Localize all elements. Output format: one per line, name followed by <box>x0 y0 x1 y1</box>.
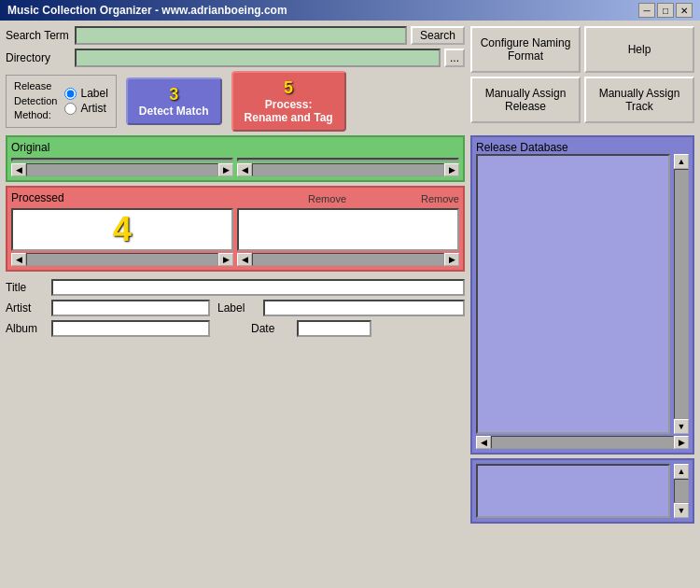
scroll-track-proc-left <box>26 253 218 266</box>
scroll-track-orig-left <box>26 163 218 176</box>
processed-section: Processed Remove Remove 4 <box>6 186 465 272</box>
browse-button[interactable]: ... <box>444 49 465 67</box>
release-db-list[interactable] <box>476 154 670 434</box>
artist-label: Artist <box>6 301 48 315</box>
directory-label: Directory <box>6 51 71 64</box>
scroll-track-orig-right <box>252 163 444 176</box>
scroll-track-proc-right <box>252 253 444 266</box>
remove-button-right[interactable]: Remove <box>421 191 459 206</box>
manually-assign-release-button[interactable]: Manually Assign Release <box>470 77 581 123</box>
scroll-left-btn-proc-left[interactable]: ◀ <box>11 253 26 266</box>
scroll-down-release-db[interactable]: ▼ <box>674 419 689 434</box>
dir-row: Directory ... <box>6 49 465 67</box>
album-input[interactable] <box>51 320 210 337</box>
scroll-track-release-db-v <box>674 169 689 419</box>
maximize-button[interactable]: □ <box>657 3 674 18</box>
window-title: Music Collection Organizer - www.adrianb… <box>7 4 287 17</box>
scroll-right-btn-orig-right[interactable]: ▶ <box>444 163 459 176</box>
original-list-left[interactable] <box>11 158 233 161</box>
release-db-bottom: ▲ ▼ <box>470 458 694 524</box>
close-button[interactable]: ✕ <box>676 3 693 18</box>
title-label: Title <box>6 281 48 294</box>
radio-artist[interactable] <box>64 103 77 115</box>
right-content: Release Database ▲ ▼ ◀ ▶ <box>470 135 694 524</box>
title-row: Title <box>6 279 465 296</box>
scroll-right-btn-proc-right[interactable]: ▶ <box>444 253 459 266</box>
scroll-right-btn-orig-left[interactable]: ▶ <box>218 163 233 176</box>
album-label: Album <box>6 322 48 335</box>
release-detection-label: ReleaseDetectionMethod: <box>14 79 57 122</box>
scroll-right-btn-proc-left[interactable]: ▶ <box>218 253 233 266</box>
middle-controls: ReleaseDetectionMethod: Label Artist <box>6 71 465 132</box>
release-db-label: Release Database <box>476 141 568 154</box>
scroll-left-release-db[interactable]: ◀ <box>476 436 491 449</box>
date-input[interactable] <box>297 320 371 337</box>
search-term-label: Search Term <box>6 29 71 42</box>
right-buttons: Configure Naming Format Help Manually As… <box>470 26 694 132</box>
remove-button-left[interactable]: Remove <box>308 191 346 206</box>
scroll-up-release-db-bottom[interactable]: ▲ <box>674 464 689 479</box>
original-label: Original <box>11 141 49 154</box>
main-window: Search Term Search Directory ... Release… <box>0 21 700 588</box>
search-term-input[interactable] <box>75 26 407 45</box>
search-row: Search Term Search <box>6 26 465 45</box>
scroll-right-release-db[interactable]: ▶ <box>674 436 689 449</box>
release-db-bottom-list[interactable] <box>476 464 670 518</box>
title-bar: Music Collection Organizer - www.adrianb… <box>0 0 700 21</box>
processed-label: Processed <box>11 191 64 204</box>
title-input[interactable] <box>51 279 465 296</box>
processed-list-right[interactable] <box>237 208 459 251</box>
label-label: Label <box>217 301 259 315</box>
scroll-down-release-db-bottom[interactable]: ▼ <box>674 503 689 518</box>
album-row: Album Date <box>6 320 465 337</box>
process-button[interactable]: 5 Process:Rename and Tag <box>231 71 346 132</box>
top-right-btn-row: Configure Naming Format Help <box>470 26 694 73</box>
original-header: Original <box>11 141 459 156</box>
release-detection-box: ReleaseDetectionMethod: Label Artist <box>6 75 117 127</box>
search-button[interactable]: Search <box>411 26 465 45</box>
processed-lists: 4 ◀ ▶ ◀ ▶ <box>11 208 459 266</box>
scroll-up-release-db[interactable]: ▲ <box>674 154 689 169</box>
scroll-left-btn-orig-left[interactable]: ◀ <box>11 163 26 176</box>
original-section: Original ◀ ▶ ◀ <box>6 135 465 182</box>
detect-match-button[interactable]: 3 Detect Match <box>126 77 222 125</box>
original-lists: ◀ ▶ ◀ ▶ <box>11 158 459 176</box>
artist-row: Artist Label <box>6 300 465 316</box>
left-content: Original ◀ ▶ ◀ <box>6 135 465 524</box>
radio-artist-label[interactable]: Artist <box>64 102 107 115</box>
top-section: Search Term Search Directory ... Release… <box>6 26 694 132</box>
label-input[interactable] <box>263 300 465 316</box>
configure-naming-format-button[interactable]: Configure Naming Format <box>470 26 581 73</box>
help-button[interactable]: Help <box>584 26 694 73</box>
left-controls: Search Term Search Directory ... Release… <box>6 26 465 132</box>
artist-input[interactable] <box>51 300 210 316</box>
scroll-track-release-db-h <box>491 436 674 449</box>
processed-list-left[interactable]: 4 <box>11 208 233 251</box>
bottom-right-btn-row: Manually Assign Release Manually Assign … <box>470 77 694 123</box>
original-list-right[interactable] <box>237 158 459 161</box>
content-area: Original ◀ ▶ ◀ <box>6 135 694 524</box>
date-label: Date <box>251 322 293 335</box>
manually-assign-track-button[interactable]: Manually Assign Track <box>584 77 694 123</box>
scroll-left-btn-orig-right[interactable]: ◀ <box>237 163 252 176</box>
window-controls: ─ □ ✕ <box>638 3 693 18</box>
minimize-button[interactable]: ─ <box>638 3 655 18</box>
radio-label[interactable] <box>64 88 77 100</box>
radio-label-label[interactable]: Label <box>64 87 107 100</box>
directory-input[interactable] <box>75 49 441 67</box>
bottom-fields: Title Artist Label Album Date <box>6 279 465 337</box>
release-db-section: Release Database ▲ ▼ ◀ ▶ <box>470 135 694 455</box>
scroll-track-release-db-bottom-v <box>674 479 689 503</box>
scroll-left-btn-proc-right[interactable]: ◀ <box>237 253 252 266</box>
